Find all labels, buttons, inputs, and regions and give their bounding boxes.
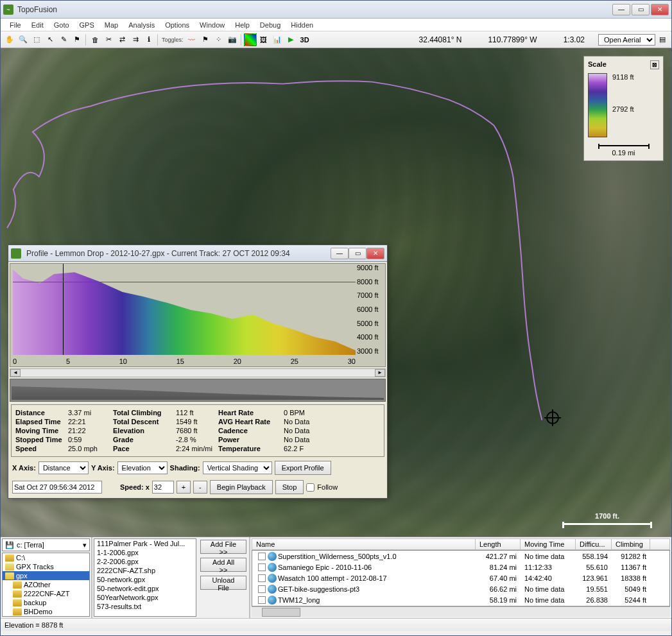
add-file-button[interactable]: Add File >> [200, 540, 246, 554]
overview-chart[interactable] [10, 379, 386, 402]
track-row[interactable]: Superstition_Wilderness_500pts_v1.0421.2… [252, 551, 669, 562]
folder-item[interactable]: backup [3, 598, 89, 607]
menu-debug[interactable]: Debug [255, 20, 286, 30]
profile-maximize-button[interactable]: ▭ [349, 248, 366, 259]
track-row[interactable]: GET-bike-suggestions-pt366.62 miNo time … [252, 583, 669, 594]
unload-file-button[interactable]: Unload File [200, 576, 246, 590]
track-checkbox[interactable] [258, 553, 266, 560]
profile-window[interactable]: Profile - Lemmon Drop - 2012-10-27.gpx -… [8, 245, 388, 499]
file-item[interactable]: 111Palmer Park - Wed Jul... [94, 539, 196, 548]
folder-tree[interactable]: C:\ GPX Tracks gpx AZOther 2222CNF-AZT b… [2, 553, 90, 617]
file-list[interactable]: 111Palmer Park - Wed Jul... 1-1-2006.gpx… [94, 538, 196, 617]
stop-playback-button[interactable]: Stop [275, 480, 304, 494]
maximize-button[interactable]: ▭ [632, 4, 650, 15]
file-item[interactable]: 573-results.txt [94, 602, 196, 611]
menu-analysis[interactable]: Analysis [123, 20, 160, 30]
profile-minimize-button[interactable]: — [331, 248, 349, 259]
col-climbing[interactable]: Climbing [612, 539, 650, 549]
zoom-tool-icon[interactable]: 🔍 [17, 33, 30, 46]
x-axis-select[interactable]: Distance [39, 461, 89, 474]
track-list-scrollbar[interactable] [252, 606, 670, 617]
chart-scrollbar[interactable]: ◄ ► [10, 368, 386, 377]
split-tool-icon[interactable]: ⇉ [129, 33, 142, 46]
menu-file[interactable]: File [4, 20, 26, 30]
scroll-left-icon[interactable]: ◄ [10, 369, 21, 377]
playback-time-input[interactable] [12, 481, 102, 494]
map-view[interactable]: Scale ⊠ 9118 ft 2792 ft 0.19 mi 1700 ft.… [1, 48, 671, 537]
menu-window[interactable]: Window [194, 20, 230, 30]
elevation-icon[interactable]: 📊 [271, 33, 284, 46]
merge-tool-icon[interactable]: ⇄ [116, 33, 128, 46]
file-item[interactable]: 2-2-2006.gpx [94, 557, 196, 566]
select-tool-icon[interactable]: ⬚ [30, 33, 43, 46]
profile-close-button[interactable]: ✕ [366, 248, 384, 259]
cut-tool-icon[interactable]: ✂ [102, 33, 115, 46]
basemap-select[interactable]: Open Aerial [598, 34, 655, 46]
col-length[interactable]: Length [476, 539, 521, 549]
track-checkbox[interactable] [258, 585, 266, 593]
menu-hidden[interactable]: Hidden [286, 20, 318, 30]
close-button[interactable]: ✕ [651, 4, 669, 15]
profile-titlebar[interactable]: Profile - Lemmon Drop - 2012-10-27.gpx -… [8, 245, 387, 262]
layers-icon[interactable]: 🖼 [257, 33, 270, 46]
file-item[interactable]: 1-1-2006.gpx [94, 548, 196, 557]
follow-checkbox[interactable] [306, 483, 314, 492]
basemap-layers-icon[interactable]: ▤ [656, 33, 669, 46]
drive-select[interactable]: 💾 c: [Terra]▾ [2, 538, 90, 551]
track-row[interactable]: Wasatch 100 attempt - 2012-08-1767.40 mi… [252, 572, 669, 583]
speed-up-button[interactable]: + [177, 481, 191, 494]
pan-tool-icon[interactable]: ✋ [3, 33, 16, 46]
scroll-right-icon[interactable]: ► [375, 369, 385, 377]
begin-playback-button[interactable]: Begin Playback [210, 480, 273, 494]
track-checkbox[interactable] [258, 563, 266, 571]
color-tool-icon[interactable] [244, 33, 257, 46]
play-icon[interactable]: ▶ [284, 33, 297, 46]
track-list-header[interactable]: Name Length Moving Time Difficu... Climb… [252, 538, 670, 550]
info-tool-icon[interactable]: ℹ [142, 33, 155, 46]
menu-options[interactable]: Options [160, 20, 194, 30]
folder-item[interactable]: BHDemo [3, 607, 89, 616]
track-row[interactable]: TWM12_long58.19 miNo time data26.8385244… [252, 594, 669, 605]
col-name[interactable]: Name [252, 539, 476, 549]
folder-item[interactable]: C:\ [3, 553, 89, 562]
track-list-body[interactable]: Superstition_Wilderness_500pts_v1.0421.2… [252, 550, 670, 606]
track-checkbox[interactable] [258, 574, 266, 582]
elevation-chart[interactable]: 9000 ft8000 ft7000 ft6000 ft5000 ft4000 … [10, 263, 386, 367]
export-profile-button[interactable]: Export Profile [275, 461, 331, 475]
col-moving[interactable]: Moving Time [521, 539, 576, 549]
toggle-flags-icon[interactable]: ⚑ [199, 33, 212, 46]
menu-help[interactable]: Help [230, 20, 255, 30]
shading-select[interactable]: Vertical Shading [203, 461, 272, 474]
file-item[interactable]: 50-network.gpx [94, 575, 196, 584]
delete-tool-icon[interactable]: 🗑 [89, 33, 101, 46]
file-item[interactable]: 50-network-edit.gpx [94, 584, 196, 593]
toggle-track-icon[interactable]: 〰 [185, 33, 198, 46]
folder-item[interactable]: AZOther [3, 580, 89, 589]
window-titlebar: ~ TopoFusion — ▭ ✕ [1, 1, 671, 19]
menu-goto[interactable]: Goto [49, 20, 74, 30]
waypoint-tool-icon[interactable]: ⚑ [71, 33, 83, 46]
speed-input[interactable] [152, 481, 174, 494]
file-item[interactable]: 50YearNetwork.gpx [94, 593, 196, 602]
toggle-points-icon[interactable]: ⁘ [212, 33, 225, 46]
draw-tool-icon[interactable]: ✎ [57, 33, 70, 46]
track-checkbox[interactable] [258, 596, 266, 604]
folder-item[interactable]: 2222CNF-AZT [3, 589, 89, 598]
scale-panel[interactable]: Scale ⊠ 9118 ft 2792 ft 0.19 mi [583, 56, 664, 161]
pointer-tool-icon[interactable]: ↖ [44, 33, 56, 46]
file-item[interactable]: 2222CNF-AZT.shp [94, 566, 196, 575]
y-axis-select[interactable]: Elevation [117, 461, 168, 474]
col-difficulty[interactable]: Difficu... [576, 539, 612, 549]
track-row[interactable]: Samaniego Epic - 2010-11-0681.24 mi11:12… [252, 562, 669, 572]
toggle-photos-icon[interactable]: 📷 [226, 33, 239, 46]
minimize-button[interactable]: — [612, 4, 630, 15]
speed-down-button[interactable]: - [193, 481, 207, 494]
folder-item-selected[interactable]: gpx [3, 571, 89, 580]
folder-item[interactable]: GPX Tracks [3, 562, 89, 571]
menu-map[interactable]: Map [99, 20, 123, 30]
menu-gps[interactable]: GPS [74, 20, 99, 30]
menu-edit[interactable]: Edit [26, 20, 49, 30]
3d-button[interactable]: 3D [298, 36, 312, 44]
add-all-button[interactable]: Add All >> [200, 558, 246, 572]
scale-panel-close-icon[interactable]: ⊠ [650, 60, 659, 69]
